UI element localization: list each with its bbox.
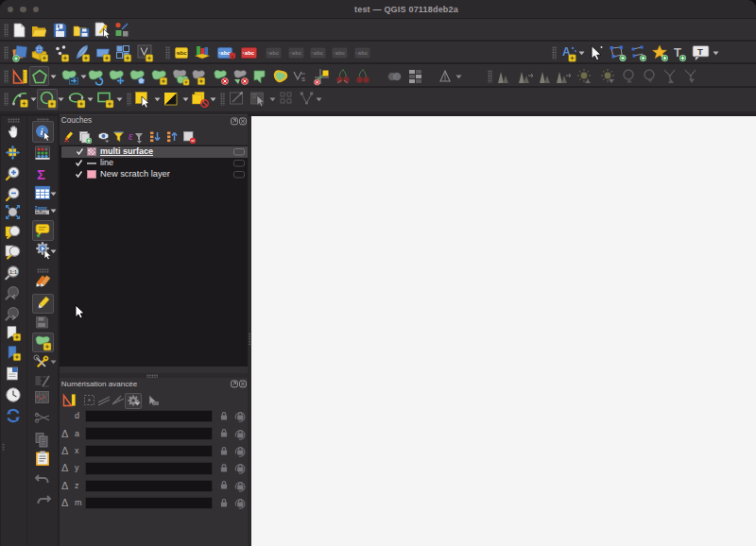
- svg-text:ε: ε: [129, 131, 133, 142]
- svg-text:abc: abc: [313, 50, 323, 56]
- svg-text:s: s: [301, 75, 305, 83]
- svg-text:abc: abc: [245, 50, 255, 56]
- svg-text:abc: abc: [177, 50, 187, 56]
- svg-text:1:1: 1:1: [9, 269, 17, 275]
- svg-text:Σ: Σ: [37, 166, 45, 181]
- svg-text:abc: abc: [335, 50, 346, 56]
- svg-text:abc: abc: [291, 50, 301, 56]
- svg-text:abc: abc: [269, 50, 280, 56]
- svg-text:abc: abc: [357, 50, 368, 56]
- svg-text:Σxxxx: Σxxxx: [35, 206, 47, 211]
- svg-text:T: T: [697, 46, 703, 57]
